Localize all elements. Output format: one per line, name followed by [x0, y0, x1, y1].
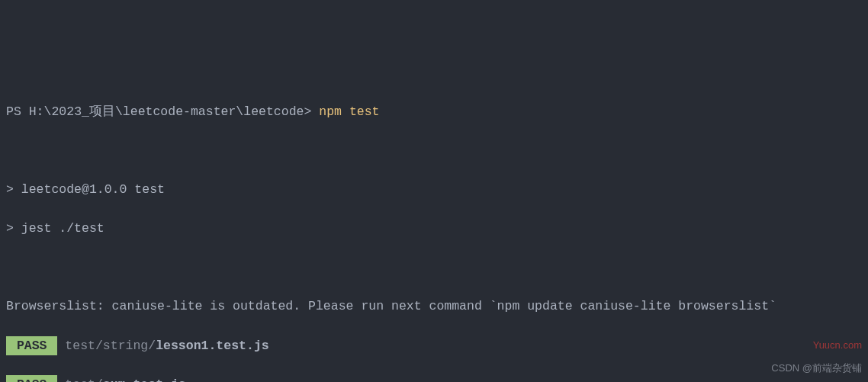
terminal-output: PS H:\2023_项目\leetcode-master\leetcode> … — [6, 82, 862, 382]
test-path-prefix: test/ — [65, 377, 103, 382]
test-path-prefix: test/string/ — [65, 339, 156, 353]
test-file: lesson1.test.js — [156, 339, 269, 353]
pass-badge: PASS — [6, 336, 57, 356]
test-result-line: PASS test/string/lesson1.test.js — [6, 336, 862, 356]
npm-script-line: > jest ./test — [6, 219, 862, 239]
blank-line — [6, 258, 862, 278]
cwd-path: H:\2023_项目\leetcode-master\leetcode> — [29, 104, 320, 119]
test-file: sum.test.js — [103, 377, 186, 382]
watermark-csdn: CSDN @前端杂货铺 — [771, 361, 862, 376]
prompt-line: PS H:\2023_项目\leetcode-master\leetcode> … — [6, 102, 862, 122]
npm-script-line: > leetcode@1.0.0 test — [6, 180, 862, 200]
pass-badge: PASS — [6, 375, 57, 382]
browserslist-warning: Browserslist: caniuse-lite is outdated. … — [6, 297, 862, 316]
command-text: npm test — [319, 104, 379, 119]
watermark-yuucn: Yuucn.com — [813, 338, 862, 353]
blank-line — [6, 141, 862, 161]
ps-prefix: PS — [6, 104, 29, 119]
test-result-line: PASS test/sum.test.js — [6, 375, 862, 382]
